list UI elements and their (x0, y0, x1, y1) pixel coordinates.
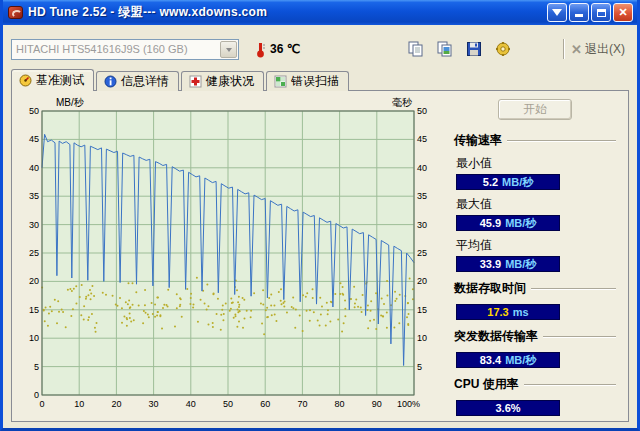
access-time-value: 17.3 (487, 306, 508, 318)
svg-text:15: 15 (417, 305, 427, 315)
avg-value-box: 33.9 MB/秒 (456, 256, 560, 272)
drive-select-value: HITACHI HTS541616J9S (160 GB) (12, 43, 220, 55)
copy-screenshot-icon (437, 41, 453, 57)
svg-text:50: 50 (29, 106, 39, 116)
svg-text:10: 10 (417, 333, 427, 343)
min-unit: MB/秒 (502, 175, 533, 190)
toolbar-buttons (404, 38, 515, 60)
transfer-rate-heading: 传输速率 (454, 132, 616, 149)
copy-screenshot-button[interactable] (433, 38, 457, 60)
svg-text:40: 40 (186, 399, 196, 409)
benchmark-chart: 5045403530252015105050454035302520151050… (16, 95, 440, 417)
tab-benchmark[interactable]: 基准测试 (11, 69, 94, 91)
tab-error-scan[interactable]: 错误扫描 (266, 71, 349, 91)
svg-text:20: 20 (417, 276, 427, 286)
svg-text:90: 90 (372, 399, 382, 409)
svg-text:30: 30 (29, 220, 39, 230)
cpu-usage-value: 3.6% (495, 402, 520, 414)
svg-text:40: 40 (29, 163, 39, 173)
info-icon (104, 75, 117, 88)
start-button[interactable]: 开始 (498, 99, 572, 120)
save-button[interactable] (462, 38, 486, 60)
max-unit: MB/秒 (505, 216, 536, 231)
svg-text:35: 35 (417, 191, 427, 201)
temperature-value: 36 ℃ (270, 42, 300, 56)
tab-info-label: 信息详情 (121, 73, 169, 90)
svg-text:10: 10 (29, 333, 39, 343)
download-icon-button[interactable] (547, 3, 567, 22)
benchmark-chart-svg: 5045403530252015105050454035302520151050… (16, 95, 440, 413)
benchmark-gauge-icon (19, 74, 32, 87)
tab-benchmark-label: 基准测试 (36, 72, 84, 89)
results-panel: 开始 传输速率 最小值 5.2 MB/秒 最大值 45.9 MB/秒 平均值 3… (440, 95, 626, 417)
minimize-button[interactable] (569, 3, 589, 22)
health-cross-icon (189, 75, 202, 88)
svg-text:20: 20 (111, 399, 121, 409)
svg-text:30: 30 (417, 220, 427, 230)
tab-error-scan-label: 错误扫描 (291, 73, 339, 90)
svg-text:5: 5 (34, 362, 39, 372)
drive-select-dropdown-button[interactable] (220, 41, 237, 58)
min-label: 最小值 (456, 155, 616, 172)
avg-unit: MB/秒 (505, 257, 536, 272)
exit-x-icon: ✕ (571, 42, 582, 57)
svg-text:45: 45 (417, 134, 427, 144)
svg-text:MB/秒: MB/秒 (56, 97, 85, 108)
copy-text-icon (408, 41, 424, 57)
tab-health-label: 健康状况 (206, 73, 254, 90)
svg-text:毫秒: 毫秒 (392, 97, 413, 108)
max-label: 最大值 (456, 196, 616, 213)
burst-rate-heading: 突发数据传输率 (454, 328, 616, 345)
max-value: 45.9 (480, 217, 501, 229)
close-button[interactable]: ✕ (613, 3, 633, 22)
burst-rate-value: 83.4 (480, 354, 501, 366)
hd-tune-window: HD Tune 2.52 - 绿盟--- www.xdowns.com ✕ HI… (0, 0, 640, 431)
svg-text:0: 0 (39, 399, 44, 409)
svg-text:50: 50 (223, 399, 233, 409)
tab-health[interactable]: 健康状况 (181, 71, 264, 91)
minimize-icon (575, 8, 583, 17)
toolbar-separator (563, 39, 565, 59)
options-button[interactable] (491, 38, 515, 60)
chevron-down-icon (226, 48, 232, 55)
min-value: 5.2 (483, 176, 498, 188)
access-time-unit: ms (513, 306, 529, 318)
svg-text:30: 30 (149, 399, 159, 409)
access-time-value-box: 17.3 ms (456, 304, 560, 320)
svg-text:15: 15 (29, 305, 39, 315)
exit-button[interactable]: ✕ 退出(X) (571, 41, 625, 58)
copy-text-button[interactable] (404, 38, 428, 60)
toolbar: HITACHI HTS541616J9S (160 GB) 36 ℃ (11, 38, 629, 60)
error-scan-check-icon (274, 75, 287, 88)
exit-label: 退出(X) (585, 41, 625, 58)
svg-text:80: 80 (335, 399, 345, 409)
svg-text:40: 40 (417, 163, 427, 173)
burst-rate-value-box: 83.4 MB/秒 (456, 352, 560, 368)
tab-strip: 基准测试 信息详情 健康状况 (11, 69, 629, 91)
svg-text:70: 70 (297, 399, 307, 409)
down-arrow-icon (552, 9, 562, 21)
avg-value: 33.9 (480, 258, 501, 270)
burst-rate-unit: MB/秒 (505, 353, 536, 368)
benchmark-panel: 5045403530252015105050454035302520151050… (11, 90, 629, 422)
temperature-indicator: 36 ℃ (255, 41, 300, 58)
svg-text:25: 25 (29, 248, 39, 258)
tab-info[interactable]: 信息详情 (96, 71, 179, 91)
svg-text:60: 60 (260, 399, 270, 409)
maximize-button[interactable] (591, 3, 611, 22)
max-value-box: 45.9 MB/秒 (456, 215, 560, 231)
avg-label: 平均值 (456, 237, 616, 254)
options-gear-icon (495, 41, 511, 57)
svg-text:45: 45 (29, 134, 39, 144)
svg-text:20: 20 (29, 276, 39, 286)
svg-text:25: 25 (417, 248, 427, 258)
svg-text:10: 10 (74, 399, 84, 409)
svg-text:0: 0 (34, 390, 39, 400)
svg-text:35: 35 (29, 191, 39, 201)
window-title: HD Tune 2.52 - 绿盟--- www.xdowns.com (28, 4, 547, 21)
save-floppy-icon (466, 41, 482, 57)
svg-text:100%: 100% (397, 399, 420, 409)
thermometer-icon (255, 41, 266, 58)
drive-select[interactable]: HITACHI HTS541616J9S (160 GB) (11, 39, 239, 60)
access-time-heading: 数据存取时间 (454, 280, 616, 297)
